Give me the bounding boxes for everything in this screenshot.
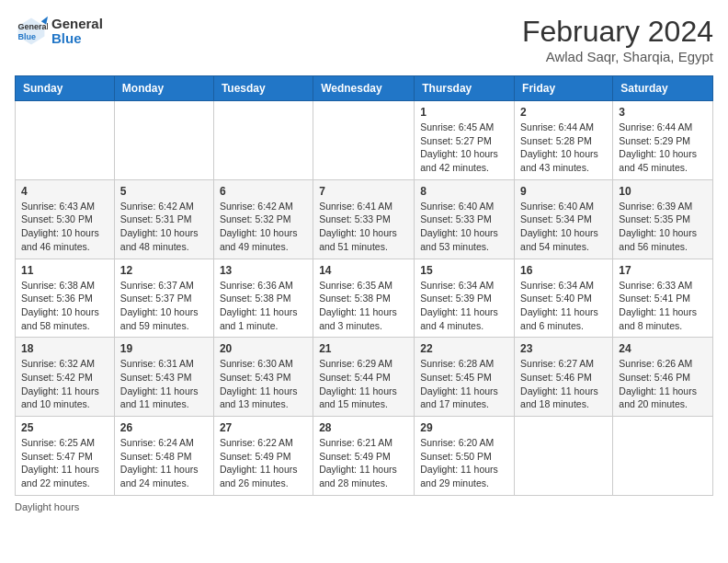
day-info: Sunrise: 6:26 AM Sunset: 5:46 PM Dayligh… <box>619 357 707 411</box>
day-number: 29 <box>420 421 508 434</box>
day-info: Sunrise: 6:31 AM Sunset: 5:43 PM Dayligh… <box>120 357 208 411</box>
column-header-tuesday: Tuesday <box>213 76 313 101</box>
calendar-cell: 8Sunrise: 6:40 AM Sunset: 5:33 PM Daylig… <box>415 179 515 259</box>
svg-text:General: General <box>18 22 48 31</box>
day-info: Sunrise: 6:37 AM Sunset: 5:37 PM Dayligh… <box>120 279 208 333</box>
day-info: Sunrise: 6:24 AM Sunset: 5:48 PM Dayligh… <box>120 436 208 490</box>
column-header-saturday: Saturday <box>613 76 713 101</box>
day-info: Sunrise: 6:34 AM Sunset: 5:40 PM Dayligh… <box>520 279 607 333</box>
calendar-cell: 29Sunrise: 6:20 AM Sunset: 5:50 PM Dayli… <box>415 417 515 496</box>
calendar-cell <box>613 417 713 496</box>
day-info: Sunrise: 6:21 AM Sunset: 5:49 PM Dayligh… <box>319 436 408 490</box>
calendar-header-row: SundayMondayTuesdayWednesdayThursdayFrid… <box>16 76 713 101</box>
calendar-cell: 24Sunrise: 6:26 AM Sunset: 5:46 PM Dayli… <box>613 338 713 417</box>
day-info: Sunrise: 6:35 AM Sunset: 5:38 PM Dayligh… <box>319 279 408 333</box>
day-info: Sunrise: 6:42 AM Sunset: 5:31 PM Dayligh… <box>120 200 208 254</box>
day-info: Sunrise: 6:25 AM Sunset: 5:47 PM Dayligh… <box>21 436 108 490</box>
day-number: 18 <box>21 342 108 355</box>
day-info: Sunrise: 6:44 AM Sunset: 5:28 PM Dayligh… <box>520 121 607 175</box>
calendar-cell: 19Sunrise: 6:31 AM Sunset: 5:43 PM Dayli… <box>114 338 213 417</box>
calendar-cell: 18Sunrise: 6:32 AM Sunset: 5:42 PM Dayli… <box>16 338 115 417</box>
day-number: 5 <box>120 185 208 198</box>
day-info: Sunrise: 6:27 AM Sunset: 5:46 PM Dayligh… <box>520 357 607 411</box>
footer-note: Daylight hours <box>15 501 713 512</box>
day-info: Sunrise: 6:29 AM Sunset: 5:44 PM Dayligh… <box>319 357 408 411</box>
day-number: 12 <box>120 264 208 277</box>
calendar-cell: 28Sunrise: 6:21 AM Sunset: 5:49 PM Dayli… <box>313 417 415 496</box>
day-info: Sunrise: 6:22 AM Sunset: 5:49 PM Dayligh… <box>220 436 307 490</box>
day-number: 19 <box>120 342 208 355</box>
logo-blue-text: Blue <box>51 31 103 47</box>
day-number: 6 <box>220 185 307 198</box>
calendar-table: SundayMondayTuesdayWednesdayThursdayFrid… <box>15 75 713 496</box>
day-number: 11 <box>21 264 108 277</box>
day-number: 20 <box>220 342 307 355</box>
calendar-cell: 27Sunrise: 6:22 AM Sunset: 5:49 PM Dayli… <box>213 417 313 496</box>
day-info: Sunrise: 6:32 AM Sunset: 5:42 PM Dayligh… <box>21 357 108 411</box>
day-number: 13 <box>220 264 307 277</box>
calendar-cell: 1Sunrise: 6:45 AM Sunset: 5:27 PM Daylig… <box>415 101 515 180</box>
day-info: Sunrise: 6:39 AM Sunset: 5:35 PM Dayligh… <box>619 200 707 254</box>
calendar-week-row: 11Sunrise: 6:38 AM Sunset: 5:36 PM Dayli… <box>16 259 713 338</box>
day-info: Sunrise: 6:42 AM Sunset: 5:32 PM Dayligh… <box>220 200 307 254</box>
calendar-cell: 26Sunrise: 6:24 AM Sunset: 5:48 PM Dayli… <box>114 417 213 496</box>
logo-icon: General Blue <box>15 15 48 48</box>
column-header-thursday: Thursday <box>415 76 515 101</box>
calendar-cell: 9Sunrise: 6:40 AM Sunset: 5:34 PM Daylig… <box>515 179 613 259</box>
day-number: 7 <box>319 185 408 198</box>
day-number: 1 <box>420 106 508 119</box>
calendar-cell: 4Sunrise: 6:43 AM Sunset: 5:30 PM Daylig… <box>16 179 115 259</box>
calendar-cell: 13Sunrise: 6:36 AM Sunset: 5:38 PM Dayli… <box>213 259 313 338</box>
day-number: 25 <box>21 421 108 434</box>
calendar-cell: 6Sunrise: 6:42 AM Sunset: 5:32 PM Daylig… <box>213 179 313 259</box>
day-info: Sunrise: 6:40 AM Sunset: 5:33 PM Dayligh… <box>420 200 508 254</box>
calendar-cell: 14Sunrise: 6:35 AM Sunset: 5:38 PM Dayli… <box>313 259 415 338</box>
calendar-week-row: 25Sunrise: 6:25 AM Sunset: 5:47 PM Dayli… <box>16 417 713 496</box>
day-info: Sunrise: 6:43 AM Sunset: 5:30 PM Dayligh… <box>21 200 108 254</box>
calendar-cell: 15Sunrise: 6:34 AM Sunset: 5:39 PM Dayli… <box>415 259 515 338</box>
calendar-cell: 10Sunrise: 6:39 AM Sunset: 5:35 PM Dayli… <box>613 179 713 259</box>
day-number: 28 <box>319 421 408 434</box>
day-info: Sunrise: 6:30 AM Sunset: 5:43 PM Dayligh… <box>220 357 307 411</box>
calendar-week-row: 18Sunrise: 6:32 AM Sunset: 5:42 PM Dayli… <box>16 338 713 417</box>
calendar-cell: 16Sunrise: 6:34 AM Sunset: 5:40 PM Dayli… <box>515 259 613 338</box>
month-year-title: February 2024 <box>522 15 713 49</box>
day-info: Sunrise: 6:28 AM Sunset: 5:45 PM Dayligh… <box>420 357 508 411</box>
calendar-cell: 23Sunrise: 6:27 AM Sunset: 5:46 PM Dayli… <box>515 338 613 417</box>
column-header-friday: Friday <box>515 76 613 101</box>
day-info: Sunrise: 6:45 AM Sunset: 5:27 PM Dayligh… <box>420 121 508 175</box>
calendar-week-row: 4Sunrise: 6:43 AM Sunset: 5:30 PM Daylig… <box>16 179 713 259</box>
column-header-wednesday: Wednesday <box>313 76 415 101</box>
day-number: 8 <box>420 185 508 198</box>
calendar-cell <box>16 101 115 180</box>
calendar-cell: 7Sunrise: 6:41 AM Sunset: 5:33 PM Daylig… <box>313 179 415 259</box>
day-number: 14 <box>319 264 408 277</box>
day-number: 22 <box>420 342 508 355</box>
calendar-cell: 22Sunrise: 6:28 AM Sunset: 5:45 PM Dayli… <box>415 338 515 417</box>
day-number: 27 <box>220 421 307 434</box>
day-info: Sunrise: 6:40 AM Sunset: 5:34 PM Dayligh… <box>520 200 607 254</box>
day-info: Sunrise: 6:44 AM Sunset: 5:29 PM Dayligh… <box>619 121 707 175</box>
calendar-cell <box>213 101 313 180</box>
calendar-cell: 21Sunrise: 6:29 AM Sunset: 5:44 PM Dayli… <box>313 338 415 417</box>
day-number: 4 <box>21 185 108 198</box>
day-number: 17 <box>619 264 707 277</box>
day-number: 24 <box>619 342 707 355</box>
day-info: Sunrise: 6:41 AM Sunset: 5:33 PM Dayligh… <box>319 200 408 254</box>
title-area: February 2024 Awlad Saqr, Sharqia, Egypt <box>522 15 713 64</box>
svg-text:Blue: Blue <box>18 32 37 41</box>
calendar-cell: 3Sunrise: 6:44 AM Sunset: 5:29 PM Daylig… <box>613 101 713 180</box>
day-number: 2 <box>520 106 607 119</box>
day-number: 9 <box>520 185 607 198</box>
calendar-week-row: 1Sunrise: 6:45 AM Sunset: 5:27 PM Daylig… <box>16 101 713 180</box>
day-info: Sunrise: 6:38 AM Sunset: 5:36 PM Dayligh… <box>21 279 108 333</box>
calendar-cell: 2Sunrise: 6:44 AM Sunset: 5:28 PM Daylig… <box>515 101 613 180</box>
day-number: 26 <box>120 421 208 434</box>
column-header-sunday: Sunday <box>16 76 115 101</box>
day-number: 23 <box>520 342 607 355</box>
logo: General Blue General Blue <box>15 15 103 48</box>
day-number: 10 <box>619 185 707 198</box>
calendar-cell: 20Sunrise: 6:30 AM Sunset: 5:43 PM Dayli… <box>213 338 313 417</box>
day-number: 3 <box>619 106 707 119</box>
day-number: 21 <box>319 342 408 355</box>
